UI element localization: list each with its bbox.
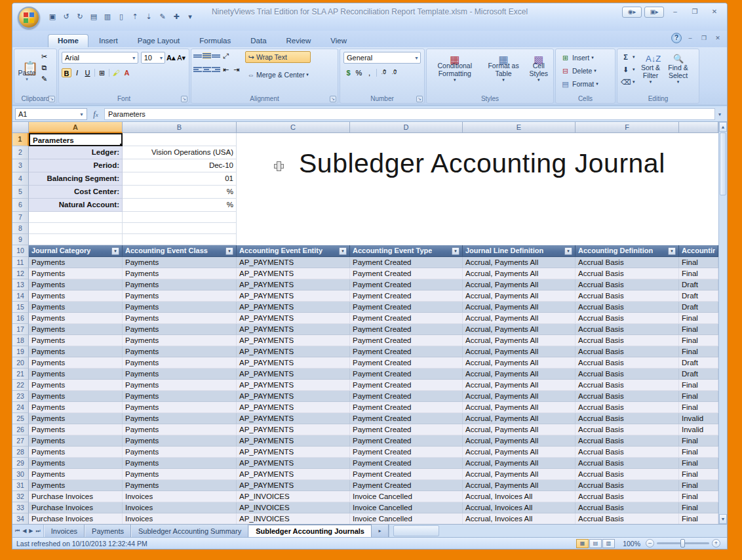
increase-indent-icon[interactable]: ⇥ <box>231 65 241 74</box>
table-row-cell[interactable]: Invoice Cancelled <box>350 513 463 524</box>
table-row-cell[interactable]: Payments <box>29 480 123 491</box>
table-row-cell[interactable]: Invoices <box>123 502 237 513</box>
table-row-cell[interactable]: Final <box>679 447 718 458</box>
table-column-header[interactable]: Accounting Event Entity▼ <box>237 245 350 257</box>
table-row-cell[interactable]: AP_PAYMENTS <box>237 302 350 313</box>
vertical-scrollbar[interactable]: ▲ ▼ <box>718 122 727 524</box>
row-header-1[interactable]: 1 <box>12 133 29 146</box>
align-right-icon[interactable] <box>212 66 220 73</box>
row-header-29[interactable]: 29 <box>12 458 29 469</box>
table-row-cell[interactable]: Accrual Basis <box>576 424 679 435</box>
table-row-cell[interactable]: Accrual Basis <box>576 335 679 346</box>
format-painter-icon[interactable]: ✎ <box>39 74 49 83</box>
sheet-tab-invoices[interactable]: Invoices <box>44 525 85 537</box>
table-column-header[interactable]: Accounting Definition▼ <box>576 245 679 257</box>
cell[interactable] <box>237 199 350 212</box>
format-as-table-button[interactable]: ▦ Format as Table ▾ <box>483 51 524 84</box>
table-row-cell[interactable]: Payments <box>123 380 237 391</box>
table-row-cell[interactable]: Accrual Basis <box>576 502 679 513</box>
cell[interactable] <box>237 133 350 146</box>
table-row-cell[interactable]: Accrual Basis <box>576 357 679 369</box>
decrease-indent-icon[interactable]: ⇤ <box>221 65 231 74</box>
table-row-cell[interactable]: Payment Created <box>350 302 463 313</box>
table-row-cell[interactable]: Payments <box>123 369 237 380</box>
table-row-cell[interactable]: Payments <box>123 324 237 335</box>
table-row-cell[interactable]: Final <box>679 458 718 469</box>
cell[interactable] <box>350 234 463 245</box>
row-header-27[interactable]: 27 <box>12 435 29 447</box>
table-row-cell[interactable]: Payments <box>123 268 237 279</box>
table-row-cell[interactable]: Final <box>679 491 718 502</box>
row-header-2[interactable]: 2 <box>12 146 29 159</box>
last-sheet-icon[interactable]: ⏭ <box>36 528 41 534</box>
row-header-20[interactable]: 20 <box>12 357 29 369</box>
table-row-cell[interactable]: Accrual, Payments All <box>463 268 576 279</box>
row-header-23[interactable]: 23 <box>12 391 29 402</box>
align-center-icon[interactable] <box>203 66 211 73</box>
cell[interactable] <box>679 186 718 199</box>
table-row-cell[interactable]: Payments <box>123 424 237 435</box>
shrink-font-icon[interactable]: A▾ <box>176 53 186 62</box>
table-row-cell[interactable]: Payment Created <box>350 335 463 346</box>
table-row-cell[interactable]: AP_PAYMENTS <box>237 413 350 424</box>
decrease-decimal-icon[interactable]: .0⃗ <box>389 68 399 77</box>
table-row-cell[interactable]: Accrual Basis <box>576 369 679 380</box>
column-header-C[interactable]: C <box>237 122 350 133</box>
table-row-cell[interactable]: AP_PAYMENTS <box>237 435 350 447</box>
align-bottom-icon[interactable] <box>212 54 220 58</box>
filter-dropdown-icon[interactable]: ▼ <box>225 247 233 255</box>
table-row-cell[interactable]: Accrual Basis <box>576 435 679 447</box>
horizontal-scroll-thumb[interactable] <box>393 525 439 536</box>
number-format-select[interactable]: General▼ <box>343 52 421 64</box>
table-row-cell[interactable]: Payment Created <box>350 469 463 480</box>
table-row-cell[interactable]: Accrual, Payments All <box>463 380 576 391</box>
table-row-cell[interactable]: Accrual Basis <box>576 302 679 313</box>
table-row-cell[interactable]: Payments <box>29 346 123 357</box>
font-size-select[interactable]: 10▼ <box>141 52 166 64</box>
row-header-10[interactable]: 10 <box>12 245 29 257</box>
table-row-cell[interactable]: Final <box>679 324 718 335</box>
table-row-cell[interactable]: Accrual Basis <box>576 313 679 324</box>
parameter-label[interactable]: Cost Center: <box>29 186 123 199</box>
cell[interactable] <box>576 234 679 245</box>
table-row-cell[interactable]: Accrual Basis <box>576 279 679 290</box>
column-header-g[interactable] <box>679 122 718 133</box>
table-row-cell[interactable]: AP_PAYMENTS <box>237 480 350 491</box>
cell[interactable] <box>123 234 237 245</box>
cut-icon[interactable]: ✂ <box>39 52 49 61</box>
table-row-cell[interactable]: AP_PAYMENTS <box>237 469 350 480</box>
table-row-cell[interactable]: Payments <box>29 268 123 279</box>
cell[interactable] <box>350 223 463 234</box>
table-row-cell[interactable]: AP_PAYMENTS <box>237 335 350 346</box>
row-header-24[interactable]: 24 <box>12 402 29 413</box>
table-row-cell[interactable]: Payments <box>123 335 237 346</box>
cell[interactable] <box>29 223 123 234</box>
table-row-cell[interactable]: AP_INVOICES <box>237 502 350 513</box>
table-row-cell[interactable]: Accrual, Payments All <box>463 391 576 402</box>
table-row-cell[interactable]: Accrual, Invoices All <box>463 513 576 524</box>
table-row-cell[interactable]: Draft <box>679 279 718 290</box>
sheet-tab-payments[interactable]: Payments <box>85 525 131 537</box>
tab-data[interactable]: Data <box>241 35 275 47</box>
table-row-cell[interactable]: Accrual, Payments All <box>463 458 576 469</box>
vertical-scroll-thumb[interactable] <box>720 132 726 195</box>
filter-dropdown-icon[interactable]: ▼ <box>452 247 459 255</box>
increase-decimal-icon[interactable]: .0⃖ <box>379 68 389 77</box>
row-header-8[interactable]: 8 <box>12 223 29 234</box>
row-header-33[interactable]: 33 <box>12 502 29 513</box>
parameter-label[interactable]: Natural Account: <box>29 199 123 212</box>
row-header-6[interactable]: 6 <box>12 199 29 212</box>
row-header-26[interactable]: 26 <box>12 424 29 435</box>
table-row-cell[interactable]: Accrual Basis <box>576 290 679 302</box>
table-row-cell[interactable]: AP_INVOICES <box>237 513 350 524</box>
align-middle-icon[interactable] <box>203 52 211 59</box>
table-row-cell[interactable]: Payments <box>29 402 123 413</box>
column-header-B[interactable]: B <box>123 122 237 133</box>
page-break-view-icon[interactable]: ▥ <box>602 539 615 548</box>
paste-button[interactable]: 📋 Paste ▾ <box>14 49 39 92</box>
table-row-cell[interactable]: Accrual, Invoices All <box>463 502 576 513</box>
table-row-cell[interactable]: Final <box>679 380 718 391</box>
table-row-cell[interactable]: Final <box>679 502 718 513</box>
sheet-tab-subledger-accounting-journals[interactable]: Subledger Accounting Journals <box>248 525 372 537</box>
table-row-cell[interactable]: Draft <box>679 290 718 302</box>
